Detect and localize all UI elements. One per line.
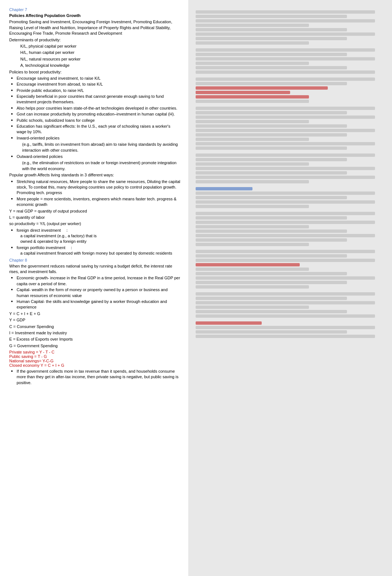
rline xyxy=(196,154,375,157)
rline xyxy=(196,142,375,145)
rline xyxy=(196,82,347,85)
rline xyxy=(196,225,309,228)
rline xyxy=(196,221,375,224)
equations-block: Y = C + I + E + G Y = GDP C = Consumer S… xyxy=(9,311,181,349)
rline xyxy=(196,100,309,103)
investment-types: foreign direct investment ： a capital in… xyxy=(9,228,181,256)
rline xyxy=(196,19,375,23)
rline xyxy=(196,335,375,338)
rline xyxy=(196,115,375,119)
outward-sub: (e.g., the elimination of restrictions o… xyxy=(17,160,181,172)
left-panel: Chapter 7 Policies Affecting Population … xyxy=(0,0,188,576)
right-red-end xyxy=(196,321,262,325)
foreign-portfolio: foreign portfolio investment ： a capital… xyxy=(9,245,181,256)
rline xyxy=(196,276,375,280)
policy-item-8: Education has significant effects: In th… xyxy=(9,124,181,135)
eq-3: C = Consumer Spending xyxy=(9,324,181,330)
determinants-list: K/L, physical capital per worker H/L, hu… xyxy=(9,44,181,69)
determinants-title: Determinants of productivity: xyxy=(9,37,181,43)
eq-2: Y = GDP xyxy=(9,317,181,323)
rline xyxy=(196,250,375,253)
rline xyxy=(196,37,347,40)
rline xyxy=(196,53,347,56)
rline xyxy=(196,281,347,284)
policy-item-9: Inward-oriented policies (e.g., tariffs,… xyxy=(9,135,181,153)
gdp-lines: Y = real GDP = quantity of output produc… xyxy=(9,208,181,227)
rline xyxy=(196,314,375,318)
ch8-item-3: Human Capital- the skills and knowledge … xyxy=(9,299,181,310)
rline xyxy=(196,57,375,61)
rline xyxy=(196,234,375,237)
rline xyxy=(196,301,375,304)
ch8-item-2: Capital- wealth in the form of money or … xyxy=(9,287,181,299)
eq-6: G = Government Spending xyxy=(9,343,181,349)
right-red-line xyxy=(196,91,290,94)
right-panel-inner xyxy=(192,4,388,347)
rline xyxy=(196,120,309,123)
rline xyxy=(196,212,375,215)
rline xyxy=(196,66,347,69)
chapter8-list: Economic growth- increase in the Real GD… xyxy=(9,275,181,310)
rline xyxy=(196,238,347,242)
rline xyxy=(196,48,375,52)
chapter8-intro: When the government reduces national sav… xyxy=(9,263,181,275)
rline xyxy=(196,77,375,81)
inward-sub: (e.g., tariffs, limits on investment fro… xyxy=(17,142,181,153)
policy-item-6: Govt can increase productivity by promot… xyxy=(9,111,181,117)
right-section-1 xyxy=(196,10,385,45)
rline xyxy=(196,192,375,195)
foreign-direct-sub: a capital investment (e.g., a factory) t… xyxy=(17,233,181,245)
rline xyxy=(196,272,347,275)
rline xyxy=(196,230,347,233)
rline xyxy=(196,133,347,137)
policy-item-3: Provide public education, to raise H/L xyxy=(9,88,181,93)
right-section-6 xyxy=(196,187,385,208)
rline xyxy=(196,216,347,220)
rline xyxy=(196,330,347,334)
rline xyxy=(196,292,375,296)
right-section-9 xyxy=(196,292,385,318)
formula-national: National savings= Y-C-G xyxy=(9,359,181,363)
chapter7-intro: Promoting Saving and Investment, Encoura… xyxy=(9,19,181,36)
formulas-block: Private saving = Y - T - C Public saving… xyxy=(9,350,181,368)
rline xyxy=(196,10,375,14)
policies-boost-list: Encourage saving and investment, to rais… xyxy=(9,76,181,172)
rline xyxy=(196,24,309,27)
right-red-line2 xyxy=(196,263,300,266)
policy-item-1: Encourage saving and investment, to rais… xyxy=(9,76,181,81)
policy-item-4: Especially beneficial in poor countries … xyxy=(9,94,181,105)
foreign-direct: foreign direct investment ： a capital in… xyxy=(9,228,181,245)
closed-item-1: If the government collects more in tax r… xyxy=(9,369,181,386)
right-section-3 xyxy=(196,77,385,103)
rline xyxy=(196,176,375,179)
rline xyxy=(196,15,347,18)
right-red-line xyxy=(196,95,309,99)
gdp-line-3: so productivity = Y/L (output per worker… xyxy=(9,221,181,227)
closed-economy-list: If the government collects more in tax r… xyxy=(9,369,181,386)
rline xyxy=(196,124,347,128)
eq-4: I = Investment made by industry xyxy=(9,330,181,336)
eq-1: Y = C + I + E + G xyxy=(9,311,181,317)
rline xyxy=(196,32,375,36)
right-section-5 xyxy=(196,154,385,183)
ch8-item-1: Economic growth- increase in the Real GD… xyxy=(9,275,181,287)
popular-item-1: Stretching natural resources, More peopl… xyxy=(9,179,181,196)
gdp-line-1: Y = real GDP = quantity of output produc… xyxy=(9,208,181,214)
popular-title: Popular growth Affects living standards … xyxy=(9,172,181,178)
popular-list: Stretching natural resources, More peopl… xyxy=(9,179,181,208)
right-blue-line xyxy=(196,187,252,190)
rline xyxy=(196,306,309,309)
rline xyxy=(196,196,347,199)
rline xyxy=(196,158,347,161)
rline xyxy=(196,297,347,300)
right-section-7 xyxy=(196,212,385,246)
rline xyxy=(196,129,375,132)
right-panel xyxy=(188,0,392,576)
rline xyxy=(196,162,309,166)
det-1: K/L, physical capital per worker xyxy=(9,44,181,49)
det-4: A, technological knowledge xyxy=(9,63,181,68)
rline xyxy=(196,107,375,110)
policy-item-7: Public schools, subsidized loans for col… xyxy=(9,118,181,123)
chapter8-section: Chapter 8 When the government reduces na… xyxy=(9,258,181,386)
rline xyxy=(196,41,309,45)
